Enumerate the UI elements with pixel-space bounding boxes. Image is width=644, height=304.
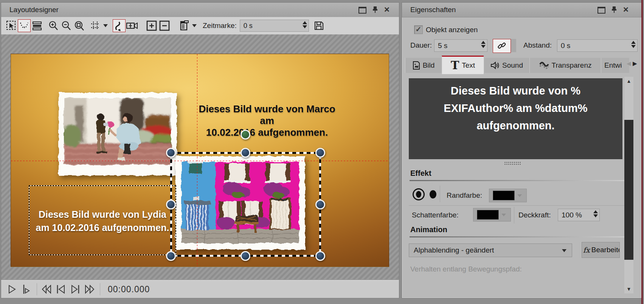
panel-maximize-icon[interactable] xyxy=(597,7,605,14)
timeline-position: 00:00.000 xyxy=(108,284,150,295)
add-object-button[interactable] xyxy=(145,19,158,32)
verhalten-label: Verhalten entlang Bewegungspfad: xyxy=(410,265,522,273)
resize-handle-top-left[interactable] xyxy=(166,148,176,158)
swatch-dropdown-arrow xyxy=(501,214,506,216)
resize-handle-mid-left[interactable] xyxy=(166,200,176,209)
swatch-dropdown-arrow xyxy=(517,194,522,197)
remove-object-button[interactable] xyxy=(158,19,171,32)
camera-move-icon xyxy=(126,21,138,30)
scroll-down-icon[interactable]: ▼ xyxy=(624,286,633,292)
panel-pin-icon[interactable] xyxy=(611,6,617,14)
resize-handle-mid-right[interactable] xyxy=(315,200,325,209)
window-maximize-icon[interactable] xyxy=(358,7,366,14)
next-frame-icon xyxy=(70,285,80,294)
rotation-handle[interactable] xyxy=(241,130,250,140)
deckkraft-spinner[interactable] xyxy=(593,210,598,217)
bearbeiten-button[interactable]: fx Bearbeite xyxy=(582,242,620,258)
image-icon xyxy=(413,61,420,70)
grid-dropdown-arrow[interactable] xyxy=(103,24,108,27)
fx-icon: fx xyxy=(583,246,590,254)
border-style-solid-icon[interactable] xyxy=(430,190,436,199)
animation-heading: Animation xyxy=(410,225,447,234)
tab-sound[interactable]: Sound xyxy=(484,58,529,73)
scrollbar-thumb[interactable] xyxy=(624,120,633,260)
border-style-ring-icon[interactable] xyxy=(413,188,425,200)
resize-handle-top-right[interactable] xyxy=(315,148,325,158)
select-tool-button[interactable] xyxy=(5,19,18,32)
grid-button[interactable] xyxy=(89,19,102,32)
link-dropdown-sliver[interactable] xyxy=(511,39,516,52)
save-layout-button[interactable] xyxy=(312,19,325,32)
chain-link-icon xyxy=(497,41,507,51)
application-root: Layoutdesigner ✕ xyxy=(0,0,644,304)
layers-tool-button[interactable] xyxy=(31,19,43,32)
dauer-input[interactable]: 5 s xyxy=(434,39,487,52)
play-button[interactable] xyxy=(6,284,18,295)
select-cursor-icon xyxy=(6,20,17,31)
rewind-button[interactable] xyxy=(41,284,52,295)
text-content-editor[interactable]: Dieses Bild wurde von % EXIFAuthor% am %… xyxy=(409,78,622,159)
dauer-spinner[interactable] xyxy=(481,41,486,48)
dropdown-arrow-icon xyxy=(562,249,566,252)
deckkraft-input[interactable]: 100 % xyxy=(558,209,600,221)
plus-square-icon xyxy=(146,20,157,31)
panel-layout-dropdown-arrow[interactable] xyxy=(192,24,197,27)
layers-icon xyxy=(32,21,42,30)
schattenfarbe-swatch-dropdown[interactable] xyxy=(473,208,511,222)
play-from-marker-button[interactable] xyxy=(21,284,32,295)
tab-scroll-right-icon[interactable]: ▶ xyxy=(633,60,637,67)
zoom-out-icon xyxy=(61,20,71,31)
slide-canvas[interactable]: Dieses Bild wurde von Marco am 10.02.201… xyxy=(11,54,389,267)
scroll-up-icon[interactable]: ▲ xyxy=(624,78,633,84)
previous-frame-button[interactable] xyxy=(55,284,67,295)
link-duration-button[interactable] xyxy=(493,39,511,53)
abstand-spinner[interactable] xyxy=(631,41,636,48)
resize-handle-top-center[interactable] xyxy=(241,148,250,158)
canvas-workspace: Dieses Bild wurde von Marco am 10.02.201… xyxy=(1,34,399,281)
zeitmarke-input[interactable]: 0 s xyxy=(240,20,309,32)
camera-pan-tool-button[interactable] xyxy=(126,19,138,32)
layoutdesigner-window: Layoutdesigner ✕ xyxy=(1,2,399,298)
panel-list-icon xyxy=(179,20,189,31)
dauer-label: Dauer: xyxy=(410,41,432,50)
window-pin-icon[interactable] xyxy=(372,6,378,14)
tab-scroll-left-icon[interactable]: ◀ xyxy=(627,60,631,67)
zoom-fit-button[interactable] xyxy=(73,19,85,32)
selection-rectangle[interactable] xyxy=(171,153,320,256)
next-frame-button[interactable] xyxy=(70,284,81,295)
abstand-input[interactable]: 0 s xyxy=(557,39,638,52)
properties-scrollbar[interactable]: ▲ ▼ xyxy=(624,77,633,293)
canvas-text-marco[interactable]: Dieses Bild wurde von Marco am 10.02.201… xyxy=(196,103,338,138)
object-show-checkbox[interactable]: ✓ xyxy=(414,25,423,34)
tab-bild[interactable]: Bild xyxy=(405,58,442,73)
resize-handle-bottom-right[interactable] xyxy=(315,251,325,261)
motion-path-tool-button[interactable] xyxy=(113,19,126,32)
zoom-in-button[interactable] xyxy=(47,19,60,32)
panel-close-icon[interactable]: ✕ xyxy=(623,6,629,14)
abstand-label: Abstand: xyxy=(523,41,552,50)
fast-forward-button[interactable] xyxy=(84,284,95,295)
zeitmarke-label: Zeitmarke: xyxy=(203,22,237,30)
animation-dropdown[interactable]: Alphablending - geändert xyxy=(409,244,572,257)
tab-entwicklung[interactable]: Entwi xyxy=(601,58,629,73)
photo-object-1[interactable] xyxy=(59,93,177,175)
deckkraft-label: Deckkraft: xyxy=(518,211,551,219)
tab-text[interactable]: T Text xyxy=(442,56,484,74)
effekt-heading: Effekt xyxy=(410,169,431,178)
canvas-text-lydia-box[interactable]: Dieses Bild wurde von Lydia am 10.02.201… xyxy=(29,185,176,255)
resize-grip[interactable] xyxy=(504,161,521,166)
panel-layout-button[interactable] xyxy=(178,19,191,32)
window-close-icon[interactable]: ✕ xyxy=(384,6,390,14)
zoom-out-button[interactable] xyxy=(60,19,73,32)
resize-handle-bottom-center[interactable] xyxy=(241,251,250,261)
layoutdesigner-title: Layoutdesigner xyxy=(9,6,59,14)
randfarbe-swatch-dropdown[interactable] xyxy=(489,189,527,202)
tab-transparenz[interactable]: Transparenz xyxy=(529,58,601,73)
zeitmarke-value: 0 s xyxy=(244,22,253,30)
canvas-text-lydia: Dieses Bild wurde von Lydia am 10.02.201… xyxy=(29,208,176,234)
zeitmarke-spinner[interactable] xyxy=(303,21,307,28)
layout-toolbar: Zeitmarke: 0 s xyxy=(1,17,399,35)
curve-select-tool-button[interactable] xyxy=(18,19,31,32)
resize-handle-bottom-left[interactable] xyxy=(166,251,176,261)
photo-boy-woman-image xyxy=(64,98,171,165)
